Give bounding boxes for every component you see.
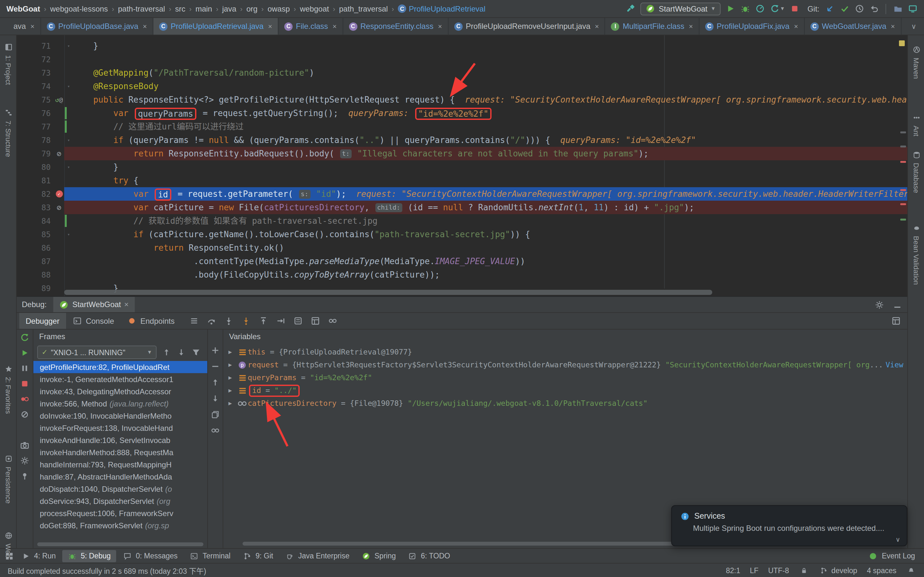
code-line[interactable]: 79⊘ return ResponseEntity.badRequest().b… bbox=[17, 147, 907, 160]
code-line[interactable]: 73 @GetMapping("/PathTraversal/random-pi… bbox=[17, 66, 907, 79]
expand-arrow-icon[interactable]: ▶ bbox=[228, 349, 237, 355]
code-line[interactable]: 80▾ } bbox=[17, 160, 907, 174]
line-number[interactable]: 81 bbox=[17, 176, 54, 185]
update-project-icon[interactable] bbox=[825, 3, 835, 14]
variable-row[interactable]: ▶this = {ProfileUploadRetrieval@19077} bbox=[223, 346, 907, 358]
toolwindow-button-9-git[interactable]: 9: Git bbox=[237, 550, 278, 562]
status-item[interactable] bbox=[906, 565, 916, 575]
coverage-icon[interactable] bbox=[770, 3, 780, 14]
pin-tab-icon[interactable] bbox=[19, 471, 30, 481]
layout-icon[interactable] bbox=[310, 316, 320, 326]
thread-dump-icon[interactable] bbox=[19, 440, 30, 450]
force-step-into-icon[interactable] bbox=[241, 316, 251, 326]
line-number[interactable]: 71 bbox=[17, 41, 54, 50]
pause-icon[interactable] bbox=[19, 363, 30, 373]
step-over-icon[interactable] bbox=[206, 316, 216, 326]
line-number[interactable]: 88 bbox=[17, 270, 54, 279]
remove-watch-icon[interactable] bbox=[210, 361, 220, 371]
request-mapping-icon[interactable]: ↺@ bbox=[54, 96, 64, 103]
line-number[interactable]: 73 bbox=[17, 68, 54, 77]
toolwindow-button-java-enterprise[interactable]: Java Enterprise bbox=[279, 550, 355, 562]
toolwindow-button-spring[interactable]: Spring bbox=[356, 550, 401, 562]
history-icon[interactable] bbox=[854, 3, 864, 14]
coverage-group[interactable]: ▼ bbox=[770, 3, 785, 14]
duplicate-watch-icon[interactable] bbox=[210, 409, 220, 419]
breadcrumb-item[interactable]: webgoat bbox=[300, 4, 329, 13]
line-number[interactable]: 83 bbox=[17, 203, 54, 212]
breadcrumb-item[interactable]: org bbox=[246, 4, 258, 13]
expand-arrow-icon[interactable]: ▶ bbox=[228, 400, 237, 406]
debug-tab-debugger[interactable]: Debugger bbox=[19, 313, 66, 329]
code-line[interactable]: 71▾ } bbox=[17, 39, 907, 53]
code-line[interactable]: 74▾ @ResponseBody bbox=[17, 79, 907, 93]
tool-strip-database[interactable]: Database bbox=[908, 149, 924, 193]
previous-frame-icon[interactable] bbox=[161, 347, 171, 358]
profiler-icon[interactable] bbox=[755, 3, 765, 14]
variable-row[interactable]: ▶catPicturesDirectory = {File@19078} "/U… bbox=[223, 397, 907, 410]
debug-icon[interactable] bbox=[740, 3, 750, 14]
tool-strip-1-project[interactable]: 1: Project bbox=[0, 42, 17, 85]
run-icon[interactable] bbox=[725, 3, 736, 14]
close-icon[interactable]: × bbox=[689, 23, 693, 30]
evaluate-icon[interactable] bbox=[292, 316, 303, 326]
close-icon[interactable]: × bbox=[333, 23, 336, 30]
line-number[interactable]: 72 bbox=[17, 55, 54, 64]
code-line[interactable]: 72 bbox=[17, 53, 907, 66]
resume-icon[interactable] bbox=[19, 348, 30, 358]
next-frame-icon[interactable] bbox=[176, 347, 186, 358]
rerun-icon[interactable] bbox=[19, 332, 30, 342]
debug-settings-icon[interactable] bbox=[19, 455, 30, 466]
status-item-lf[interactable]: LF bbox=[750, 566, 758, 574]
status-item-utf-8[interactable]: UTF-8 bbox=[768, 566, 789, 574]
build-icon[interactable] bbox=[625, 3, 636, 14]
stack-frame[interactable]: getProfilePicture:82, ProfileUploadRet bbox=[33, 361, 207, 373]
fold-marker[interactable]: ▾ bbox=[64, 43, 73, 48]
expand-chevron-icon[interactable]: ∨ bbox=[895, 536, 900, 543]
line-number[interactable]: 74 bbox=[17, 82, 54, 91]
variables-horizontal-scrollbar[interactable] bbox=[242, 542, 685, 546]
line-number[interactable]: 76 bbox=[17, 109, 54, 118]
hamburger-icon[interactable] bbox=[189, 316, 199, 326]
variable-row[interactable]: ▶queryParams = "id=%2e%2e%2f" bbox=[223, 371, 907, 384]
run-config-selector[interactable]: StartWebGoat▼ bbox=[640, 2, 721, 15]
breadcrumb-item[interactable]: owasp bbox=[268, 4, 290, 13]
breadcrumb-item[interactable]: CProfileUploadRetrieval bbox=[398, 4, 485, 13]
code-line[interactable]: 82✓ var id = request.getParameter( s: "i… bbox=[17, 187, 907, 201]
rollback-icon[interactable] bbox=[869, 3, 879, 14]
terminal-window-icon[interactable] bbox=[907, 3, 918, 14]
view-link[interactable]: View bbox=[885, 360, 903, 369]
code-line[interactable]: 76 var queryParams = request.getQueryStr… bbox=[17, 106, 907, 120]
expand-arrow-icon[interactable]: ▶ bbox=[228, 374, 237, 381]
editor-tab[interactable]: ava× bbox=[8, 18, 41, 35]
frames-horizontal-scrollbar[interactable] bbox=[37, 542, 204, 546]
editor-horizontal-scrollbar[interactable] bbox=[64, 290, 712, 295]
variable-row[interactable]: ▶id = "../" bbox=[223, 384, 907, 397]
editor-tab[interactable]: CWebGoatUser.java× bbox=[804, 18, 901, 35]
status-item-develop[interactable]: develop bbox=[819, 565, 857, 575]
line-number[interactable]: 79 bbox=[17, 149, 54, 158]
tool-strip-persistence[interactable]: Persistence bbox=[0, 453, 17, 504]
tool-strip-2-favorites[interactable]: 2: Favorites bbox=[0, 364, 17, 414]
inspection-status-icon[interactable] bbox=[899, 40, 905, 46]
watch-icon[interactable] bbox=[327, 316, 338, 326]
breadcrumb-item[interactable]: WebGoat bbox=[6, 4, 40, 13]
stack-frame[interactable]: handleInternal:793, RequestMappingH bbox=[33, 458, 207, 471]
toolwindow-button-6-todo[interactable]: 6: TODO bbox=[402, 550, 455, 562]
stack-frame[interactable]: invokeHandlerMethod:888, RequestMa bbox=[33, 446, 207, 458]
editor-tab[interactable]: CProfileUploadRemoveUserInput.java× bbox=[449, 18, 606, 35]
tool-strip-bean-validation[interactable]: Bean Validation bbox=[908, 222, 924, 285]
view-breakpoints-icon[interactable] bbox=[19, 394, 30, 404]
thread-selector[interactable]: ✓ "XNIO-1 ... RUNNING" ▼ bbox=[37, 346, 157, 359]
line-number[interactable]: 82 bbox=[17, 189, 54, 198]
line-number[interactable]: 80 bbox=[17, 163, 54, 171]
stop-icon[interactable] bbox=[19, 378, 30, 388]
line-number[interactable]: 89 bbox=[17, 284, 54, 293]
editor-tab[interactable]: CProfileUploadFix.java× bbox=[699, 18, 804, 35]
stack-frame[interactable]: invoke:-1, GeneratedMethodAccessor1 bbox=[33, 373, 207, 385]
stack-frame[interactable]: invokeAndHandle:106, ServletInvocab bbox=[33, 434, 207, 446]
close-icon[interactable]: × bbox=[31, 23, 35, 30]
code-line[interactable]: 84 // 获取id的参数值 如果含有 path-traversal-secre… bbox=[17, 214, 907, 227]
hidden-tabs-chevron-icon[interactable]: ∨ bbox=[903, 18, 924, 35]
notification-balloon[interactable]: Services Multiple Spring Boot run config… bbox=[671, 505, 907, 546]
breadcrumb-item[interactable]: java bbox=[222, 4, 236, 13]
